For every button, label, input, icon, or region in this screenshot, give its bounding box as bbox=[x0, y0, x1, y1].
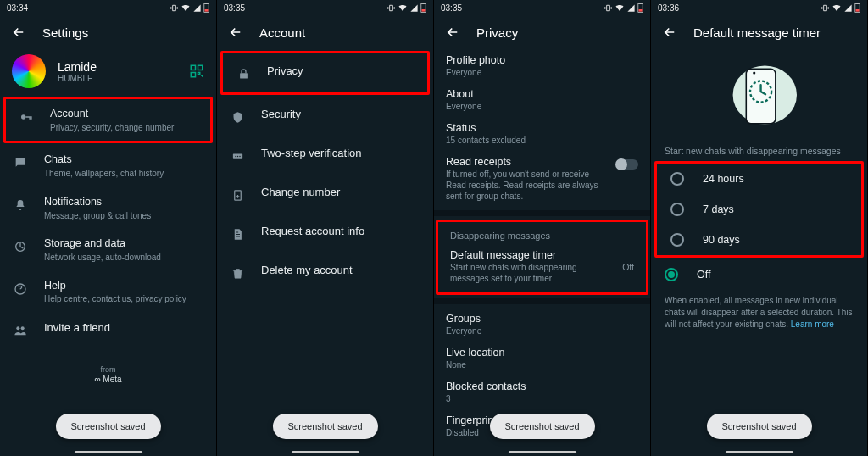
page-title: Default message timer bbox=[693, 25, 821, 40]
signal-icon bbox=[409, 3, 419, 13]
battery-icon bbox=[637, 3, 643, 13]
status-bar: 03:35 bbox=[217, 0, 433, 15]
settings-item-account[interactable]: AccountPrivacy, security, change number bbox=[3, 97, 213, 143]
account-item-security[interactable]: Security bbox=[217, 97, 433, 136]
key-icon bbox=[18, 108, 35, 125]
radio-icon bbox=[670, 233, 684, 247]
back-icon[interactable] bbox=[10, 24, 27, 41]
svg-point-10 bbox=[21, 326, 25, 330]
nav-handle[interactable] bbox=[292, 451, 359, 453]
radio-selected-icon bbox=[665, 268, 678, 281]
option-90-days[interactable]: 90 days bbox=[657, 225, 861, 255]
app-bar: Default message timer bbox=[651, 15, 867, 49]
timer-note: When enabled, all messages in new indivi… bbox=[651, 290, 867, 331]
account-item-change-number[interactable]: Change number bbox=[217, 175, 433, 214]
read-receipts-switch[interactable] bbox=[616, 159, 638, 170]
account-item-privacy[interactable]: Privacy bbox=[220, 51, 430, 95]
option-24-hours[interactable]: 24 hours bbox=[657, 164, 861, 194]
signal-icon bbox=[192, 3, 202, 13]
app-bar: Account bbox=[217, 15, 433, 49]
page-title: Settings bbox=[42, 25, 88, 40]
profile-row[interactable]: Lamide HUMBLE bbox=[0, 49, 216, 97]
account-item-request-info[interactable]: Request account info bbox=[217, 214, 433, 253]
vibrate-icon bbox=[387, 3, 396, 13]
svg-point-9 bbox=[16, 326, 19, 330]
wifi-icon bbox=[181, 3, 191, 13]
settings-item-notifications[interactable]: NotificationsMessage, group & call tones bbox=[0, 187, 216, 229]
wifi-icon bbox=[832, 3, 842, 13]
document-icon bbox=[229, 225, 246, 242]
back-icon[interactable] bbox=[661, 24, 678, 41]
settings-item-storage[interactable]: Storage and dataNetwork usage, auto-down… bbox=[0, 229, 216, 270]
privacy-item-read-receipts[interactable]: Read receipts If turned off, you won't s… bbox=[434, 151, 650, 207]
settings-item-invite[interactable]: Invite a friend bbox=[0, 313, 216, 347]
option-off[interactable]: Off bbox=[651, 259, 867, 290]
section-header: Disappearing messages bbox=[438, 222, 646, 244]
screen-default-timer: 03:36 Default message timer Start new ch… bbox=[651, 0, 868, 456]
battery-icon bbox=[854, 3, 860, 13]
nav-handle[interactable] bbox=[509, 451, 576, 453]
trash-icon bbox=[229, 264, 246, 281]
svg-rect-25 bbox=[856, 9, 860, 12]
chat-icon bbox=[12, 154, 29, 171]
privacy-item-groups[interactable]: GroupsEveryone bbox=[434, 308, 650, 342]
status-time: 03:35 bbox=[441, 3, 462, 13]
radio-icon bbox=[670, 203, 684, 216]
svg-rect-14 bbox=[240, 73, 248, 78]
avatar bbox=[12, 54, 46, 88]
page-title: Account bbox=[259, 25, 305, 40]
timer-options-group: 24 hours 7 days 90 days bbox=[654, 161, 864, 258]
vibrate-icon bbox=[604, 3, 613, 13]
timer-value: Off bbox=[622, 262, 634, 272]
back-icon[interactable] bbox=[227, 24, 244, 41]
status-icons bbox=[604, 3, 643, 13]
screen-settings: 03:34 Settings Lamide HUMBLE AccountPriv… bbox=[0, 0, 217, 456]
battery-icon bbox=[420, 3, 426, 13]
settings-item-chats[interactable]: ChatsTheme, wallpapers, chat history bbox=[0, 145, 216, 186]
svg-point-28 bbox=[753, 72, 755, 75]
battery-icon bbox=[203, 3, 209, 13]
item-sub: Privacy, security, change number bbox=[50, 122, 198, 134]
account-item-two-step[interactable]: Two-step verification bbox=[217, 136, 433, 175]
signal-icon bbox=[626, 3, 636, 13]
account-item-delete[interactable]: Delete my account bbox=[217, 253, 433, 292]
data-icon bbox=[12, 238, 29, 255]
status-time: 03:34 bbox=[7, 3, 28, 13]
status-time: 03:35 bbox=[224, 3, 245, 13]
divider bbox=[434, 210, 650, 216]
svg-rect-4 bbox=[198, 65, 203, 70]
toast: Screenshot saved bbox=[272, 414, 377, 439]
learn-more-link[interactable]: Learn more bbox=[791, 320, 834, 329]
screen-account: 03:35 Account Privacy Security Two-step … bbox=[217, 0, 434, 456]
shield-icon bbox=[229, 108, 246, 125]
settings-item-help[interactable]: HelpHelp centre, contact us, privacy pol… bbox=[0, 271, 216, 313]
privacy-item-blocked[interactable]: Blocked contacts3 bbox=[434, 375, 650, 409]
nav-handle[interactable] bbox=[726, 451, 793, 453]
nav-handle[interactable] bbox=[75, 451, 142, 453]
signal-icon bbox=[843, 3, 853, 13]
privacy-item-status[interactable]: Status15 contacts excluded bbox=[434, 117, 650, 151]
privacy-item-default-timer[interactable]: Default message timer Start new chats wi… bbox=[438, 244, 646, 292]
option-7-days[interactable]: 7 days bbox=[657, 194, 861, 225]
profile-status: HUMBLE bbox=[58, 74, 97, 83]
privacy-item-live-location[interactable]: Live locationNone bbox=[434, 342, 650, 375]
qr-icon[interactable] bbox=[189, 64, 204, 79]
timer-illustration bbox=[651, 49, 867, 146]
back-icon[interactable] bbox=[444, 24, 461, 41]
svg-point-18 bbox=[239, 155, 241, 157]
toast: Screenshot saved bbox=[55, 414, 160, 439]
screen-privacy: 03:35 Privacy Profile photoEveryone Abou… bbox=[434, 0, 651, 456]
toast: Screenshot saved bbox=[489, 414, 594, 439]
app-bar: Privacy bbox=[434, 15, 650, 49]
profile-name: Lamide bbox=[58, 60, 97, 74]
wifi-icon bbox=[615, 3, 625, 13]
svg-point-17 bbox=[236, 155, 238, 157]
status-icons bbox=[821, 3, 860, 13]
disappearing-section: Disappearing messages Default message ti… bbox=[436, 220, 648, 295]
privacy-item-profile-photo[interactable]: Profile photoEveryone bbox=[434, 49, 650, 83]
svg-point-6 bbox=[21, 114, 25, 119]
caption: Start new chats with disappearing messag… bbox=[651, 146, 867, 159]
app-bar: Settings bbox=[0, 15, 216, 49]
privacy-item-about[interactable]: AboutEveryone bbox=[434, 83, 650, 117]
svg-rect-2 bbox=[205, 9, 209, 12]
